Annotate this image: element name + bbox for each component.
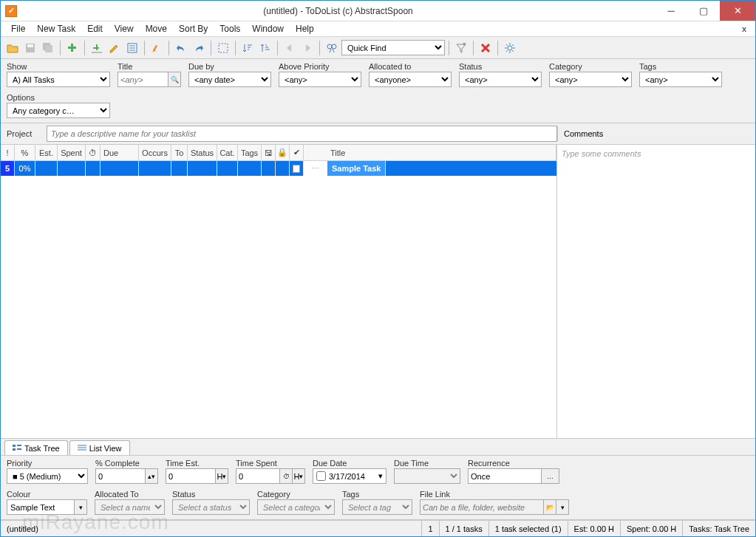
filelink-dropdown-icon[interactable]: ▾	[556, 499, 569, 515]
col-clock-icon[interactable]: ⏱	[86, 145, 101, 160]
prop-priority-select[interactable]: ■ 5 (Medium)	[7, 468, 88, 484]
menu-sort-by[interactable]: Sort By	[173, 22, 214, 35]
prop-recurrence-input[interactable]	[468, 468, 542, 484]
comments-pane[interactable]: Type some comments	[557, 145, 755, 438]
col-pct[interactable]: %	[15, 145, 35, 160]
sort-asc-icon[interactable]	[239, 40, 256, 56]
est-unit-button[interactable]: H▾	[216, 468, 228, 484]
col-title[interactable]: Title	[304, 145, 556, 160]
menu-window[interactable]: Window	[246, 22, 290, 35]
save-all-icon[interactable]	[40, 40, 56, 56]
properties-icon[interactable]	[124, 40, 140, 56]
prop-pct-label: % Complete	[95, 459, 158, 468]
clock-icon[interactable]: ⏱	[280, 468, 293, 484]
prop-pct-input[interactable]	[95, 468, 146, 484]
prop-duetime-select[interactable]	[394, 468, 460, 484]
search-icon[interactable]: 🔍	[168, 72, 181, 87]
filter-category-label: Category	[549, 62, 632, 71]
menu-file[interactable]: File	[5, 22, 31, 35]
prev-icon[interactable]	[282, 40, 298, 56]
delete-icon[interactable]	[477, 40, 494, 56]
project-row: Project Comments	[1, 123, 755, 145]
spinner-icon[interactable]: ▴▾	[146, 468, 158, 484]
new-task-icon[interactable]	[64, 40, 81, 56]
svg-rect-26	[13, 448, 16, 451]
task-pane: ! % Est. Spent ⏱ Due Occurs To Status Ca…	[1, 145, 557, 438]
task-row[interactable]: 5 0% ⋯ Sample Task	[1, 161, 556, 176]
ellipsis-button[interactable]: …	[542, 468, 559, 484]
prop-status-select[interactable]: Select a status	[172, 499, 250, 515]
filter-title-input[interactable]	[118, 72, 168, 87]
menu-move[interactable]: Move	[140, 22, 173, 35]
prop-spent-input[interactable]	[236, 468, 280, 484]
find-icon[interactable]	[324, 40, 340, 56]
col-occurs[interactable]: Occurs	[139, 145, 171, 160]
save-icon[interactable]	[22, 40, 38, 56]
svg-rect-25	[17, 445, 21, 446]
filter-show-select[interactable]: A) All Tasks	[7, 72, 110, 87]
spent-unit-button[interactable]: H▾	[293, 468, 305, 484]
tab-list-view[interactable]: List View	[69, 440, 130, 455]
filter-title-label: Title	[118, 62, 181, 71]
filter-tags-select[interactable]: <any>	[639, 72, 722, 87]
menu-new-task[interactable]: New Task	[31, 22, 81, 35]
filter-category-select[interactable]: <any>	[549, 72, 632, 87]
close-button[interactable]: ✕	[720, 1, 755, 21]
tab-task-tree[interactable]: Task Tree	[4, 440, 68, 455]
undo-icon[interactable]	[173, 40, 189, 56]
maximize-button[interactable]: ▢	[687, 1, 720, 21]
project-name-input[interactable]	[47, 126, 557, 142]
col-status[interactable]: Status	[188, 145, 217, 160]
menu-view[interactable]: View	[109, 22, 140, 35]
task-list[interactable]: 5 0% ⋯ Sample Task	[1, 161, 556, 438]
next-icon[interactable]	[299, 40, 316, 56]
prop-est-input[interactable]	[166, 468, 216, 484]
colour-dropdown-icon[interactable]: ▾	[75, 499, 87, 515]
svg-line-21	[330, 49, 331, 52]
minimize-button[interactable]: ─	[655, 1, 687, 21]
list-icon	[78, 445, 86, 452]
col-due[interactable]: Due	[101, 145, 139, 160]
settings-icon[interactable]	[502, 40, 518, 56]
filter-status-select[interactable]: <any>	[459, 72, 542, 87]
col-disk-icon[interactable]: 🖫	[262, 145, 276, 160]
filter-tags-label: Tags	[639, 62, 722, 71]
quick-find-input[interactable]: Quick Find	[341, 40, 445, 55]
edit-icon[interactable]	[106, 40, 123, 56]
new-subtask-icon[interactable]	[89, 40, 105, 56]
prop-filelink-input[interactable]	[420, 499, 544, 515]
col-lock-icon[interactable]: 🔒	[276, 145, 290, 160]
due-date-checkbox[interactable]	[316, 468, 326, 484]
col-priority[interactable]: !	[1, 145, 15, 160]
col-to[interactable]: To	[171, 145, 188, 160]
chevron-down-icon[interactable]: ▾	[378, 471, 383, 481]
prop-alloc-select[interactable]: Select a name	[95, 499, 165, 515]
filter-dueby-select[interactable]: <any date>	[188, 72, 271, 87]
col-cat[interactable]: Cat.	[217, 145, 238, 160]
menu-edit[interactable]: Edit	[81, 22, 109, 35]
filter-clear-icon[interactable]	[453, 40, 469, 56]
prop-tags-select[interactable]: Select a tag	[342, 499, 412, 515]
select-all-icon[interactable]	[215, 40, 231, 56]
project-label: Project	[1, 126, 47, 141]
filter-priority-select[interactable]: <any>	[279, 72, 361, 87]
cell-check[interactable]	[290, 161, 304, 176]
col-tags[interactable]: Tags	[238, 145, 262, 160]
col-check-icon[interactable]: ✔	[290, 145, 304, 160]
menu-tools[interactable]: Tools	[214, 22, 246, 35]
tab-list-view-label: List View	[89, 444, 122, 453]
filter-alloc-select[interactable]: <anyone>	[369, 72, 452, 87]
cell-title[interactable]: Sample Task	[327, 161, 386, 176]
browse-icon[interactable]: 📂	[544, 499, 556, 515]
col-spent[interactable]: Spent	[58, 145, 86, 160]
mdi-close-icon[interactable]: x	[738, 23, 751, 35]
sort-desc-icon[interactable]	[257, 40, 273, 56]
open-icon[interactable]	[4, 40, 21, 56]
filter-options-select[interactable]: Any category c…	[7, 103, 110, 118]
menu-help[interactable]: Help	[290, 22, 320, 35]
prop-category-select[interactable]: Select a category	[257, 499, 335, 515]
redo-icon[interactable]	[191, 40, 207, 56]
cell-est	[35, 161, 58, 176]
col-est[interactable]: Est.	[35, 145, 58, 160]
cleanup-icon[interactable]	[149, 40, 165, 56]
